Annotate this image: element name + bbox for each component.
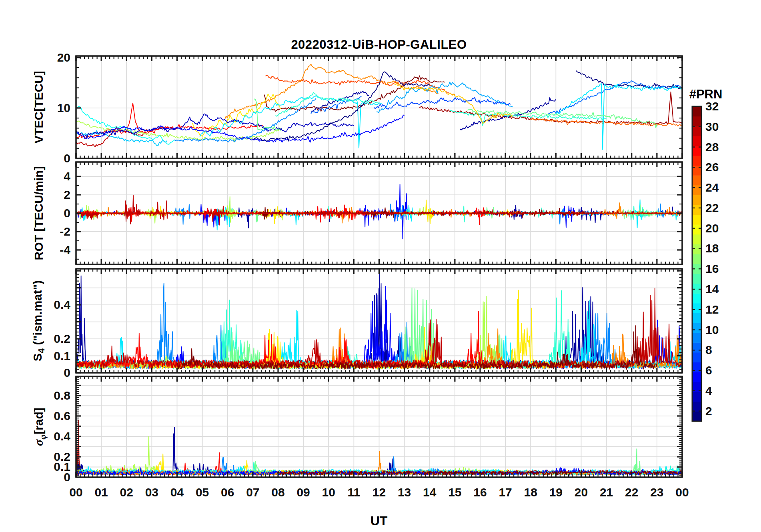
xtick-label: 22: [625, 486, 638, 499]
gridlines-vtec: [76, 56, 682, 158]
colorbar-cell-prn-1: [692, 411, 701, 421]
ytick-label: 0.2: [54, 450, 70, 463]
ytick-label: 0.6: [54, 409, 70, 422]
xtick-label: 23: [650, 486, 663, 499]
ytick-label: 0: [64, 366, 70, 379]
ytick-labels-sigma_phi: 00.10.20.40.60.8: [54, 389, 70, 484]
colorbar-cell-prn-2: [692, 402, 701, 412]
colorbar-cell-prn-13: [692, 293, 701, 303]
colorbar-cell-prn-21: [692, 215, 701, 225]
series-prn-9: [174, 98, 316, 142]
colorbar-tick-label: 2: [705, 404, 712, 418]
series-prn-13: [76, 106, 174, 144]
xtick-label: 14: [423, 486, 437, 499]
ytick-label: 0: [64, 206, 70, 220]
colorbar-cell-prn-29: [692, 136, 701, 146]
ytick-labels-s4: 00.10.20.4: [54, 298, 70, 379]
colorbar-cell-prn-32: [692, 106, 701, 116]
xtick-label: 07: [246, 486, 259, 499]
xtick-label: 11: [348, 486, 360, 499]
xtick-label: 08: [271, 486, 284, 499]
colorbar-tick-label: 18: [705, 242, 719, 255]
panel-sigma_phi: 00.10.20.40.60.8000102030405060708091011…: [54, 376, 689, 499]
plot-canvas: 01020-4-202400.10.20.400.10.20.40.60.800…: [0, 0, 761, 532]
ytick-label: 2: [64, 188, 70, 201]
xtick-label: 00: [69, 486, 82, 499]
ytick-label: -2: [60, 225, 70, 238]
ytick-label: 0.4: [54, 430, 70, 443]
colorbar-cell-prn-24: [692, 185, 701, 195]
colorbar-title: #PRN: [689, 87, 723, 102]
colorbar-tick-label: 6: [705, 364, 712, 377]
colorbar-tick-label: 26: [705, 160, 719, 174]
colorbar-cell-prn-14: [692, 284, 701, 294]
colorbar-cell-prn-22: [692, 205, 701, 215]
xtick-label: 10: [322, 486, 335, 499]
xtick-label: 02: [120, 486, 133, 499]
xtick-label: 17: [499, 486, 512, 499]
xtick-label: 03: [145, 486, 158, 499]
xtick-label: 04: [170, 486, 184, 499]
colorbar-cell-prn-25: [692, 175, 701, 185]
colorbar-cell-prn-8: [692, 342, 701, 352]
figure: 20220312-UiB-HOP-GALILEO VTEC[TECU] ROT …: [0, 0, 761, 532]
colorbar-cell-prn-11: [692, 313, 701, 323]
colorbar-cell-prn-17: [692, 254, 701, 264]
x-axis-label: UT: [370, 514, 388, 528]
xtick-labels: 0001020304050607080910111213141516171819…: [69, 486, 689, 499]
ytick-label: 0.8: [54, 389, 70, 402]
colorbar-cell-prn-5: [692, 372, 701, 382]
colorbar-cell-prn-31: [692, 116, 701, 126]
y-axis-label-rot: ROT [TECU/min]: [32, 166, 48, 260]
colorbar-cell-prn-19: [692, 234, 701, 244]
series-prn-3: [76, 114, 354, 138]
xtick-label: 06: [221, 486, 234, 499]
xtick-label: 05: [196, 486, 209, 499]
colorbar-cell-prn-9: [692, 333, 701, 343]
colorbar-tick-label: 4: [705, 384, 712, 397]
ytick-label: 0.2: [54, 332, 70, 345]
y-axis-label-vtec: VTEC[TECU]: [32, 71, 48, 144]
ytick-label: 10: [57, 101, 70, 114]
colorbar-cell-prn-18: [692, 244, 701, 254]
ytick-label: 4: [64, 170, 70, 183]
panel-rot: -4-2024: [60, 162, 682, 264]
ytick-label: -4: [60, 243, 70, 256]
ytick-labels-vtec: 01020: [57, 51, 70, 165]
xtick-label: 20: [575, 486, 588, 499]
ytick-labels-rot: -4-2024: [60, 170, 70, 256]
xtick-label: 00: [675, 486, 689, 499]
colorbar-cell-prn-10: [692, 323, 701, 333]
xtick-label: 18: [524, 486, 537, 499]
xtick-label: 13: [398, 486, 411, 499]
colorbar-cell-prn-27: [692, 156, 701, 166]
colorbar-cell-prn-7: [692, 352, 701, 362]
colorbar: 2468101214161820222426283032: [692, 100, 719, 422]
colorbar-tick-label: 20: [705, 222, 719, 235]
chart-title: 20220312-UiB-HOP-GALILEO: [291, 38, 467, 52]
series-prn-2: [235, 206, 682, 228]
colorbar-tick-label: 14: [705, 282, 719, 296]
colorbar-tick-label: 24: [705, 181, 719, 194]
xtick-label: 16: [473, 486, 487, 499]
xtick-label: 01: [94, 486, 108, 499]
colorbar-cell-prn-30: [692, 126, 701, 136]
panel-s4: 00.10.20.4: [54, 269, 682, 379]
series-prn-2: [460, 98, 556, 130]
ytick-label: 20: [57, 51, 70, 64]
y-axis-label-s4: S4 ("ism.mat"): [31, 280, 47, 361]
colorbar-tick-label: 16: [705, 262, 719, 275]
colorbar-cell-prn-15: [692, 274, 701, 284]
ytick-label: 0.4: [54, 298, 70, 311]
colorbar-tick-label: 12: [705, 303, 719, 316]
xtick-label: 12: [372, 486, 386, 499]
xtick-label: 09: [296, 486, 310, 499]
colorbar-cell-prn-3: [692, 392, 701, 402]
ytick-label: 0: [64, 152, 70, 165]
panel-vtec: 01020: [57, 51, 682, 165]
ytick-label: 0.1: [54, 349, 70, 362]
colorbar-cell-prn-20: [692, 224, 701, 234]
xtick-label: 21: [600, 486, 613, 499]
colorbar-cell-prn-23: [692, 195, 701, 205]
xtick-label: 19: [549, 486, 563, 499]
